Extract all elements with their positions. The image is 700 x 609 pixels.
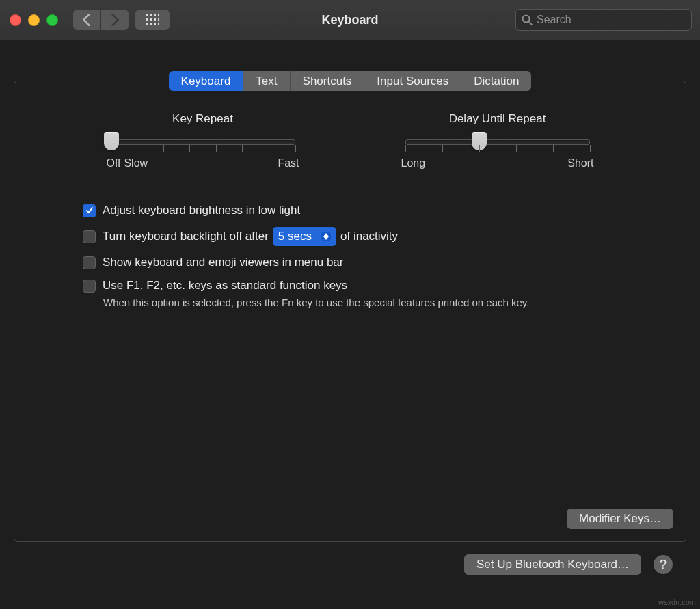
- svg-point-12: [523, 16, 530, 23]
- delay-repeat-labels: Long Short: [401, 157, 594, 170]
- opt-viewers-label: Show keyboard and emoji viewers in menu …: [103, 256, 343, 269]
- opt-fnkeys[interactable]: Use F1, F2, etc. keys as standard functi…: [83, 279, 617, 293]
- tab-keyboard[interactable]: Keyboard: [169, 71, 244, 91]
- stepper-icon: [321, 232, 331, 241]
- help-button[interactable]: ?: [654, 555, 673, 574]
- settings-panel: Key Repeat Off Slow Fast Delay Until Rep…: [14, 81, 686, 542]
- svg-rect-4: [146, 18, 148, 21]
- svg-rect-9: [150, 23, 152, 25]
- zoom-icon[interactable]: [46, 14, 58, 26]
- back-button[interactable]: [73, 10, 100, 30]
- delay-repeat-group: Delay Until Repeat Long Short: [399, 112, 597, 170]
- key-repeat-group: Key Repeat Off Slow Fast: [104, 112, 302, 170]
- svg-rect-10: [154, 23, 156, 25]
- close-icon[interactable]: [10, 14, 21, 26]
- opt-backlight-suffix: of inactivity: [340, 230, 398, 243]
- svg-rect-11: [158, 23, 159, 25]
- svg-rect-0: [146, 14, 148, 16]
- opt-brightness[interactable]: Adjust keyboard brightness in low light: [83, 204, 617, 217]
- search-icon: [522, 14, 533, 25]
- modifier-keys-button[interactable]: Modifier Keys…: [567, 509, 673, 529]
- opt-brightness-label: Adjust keyboard brightness in low light: [103, 204, 300, 217]
- svg-line-13: [529, 22, 532, 25]
- backlight-delay-select[interactable]: 5 secs: [273, 227, 336, 246]
- key-repeat-label: Key Repeat: [104, 112, 302, 126]
- search-field[interactable]: Search: [515, 9, 692, 31]
- delay-repeat-slider[interactable]: [405, 139, 590, 145]
- delay-repeat-ticks: [405, 145, 590, 154]
- opt-backlight[interactable]: Turn keyboard backlight off after 5 secs…: [83, 227, 617, 246]
- watermark: wsxdn.com: [658, 598, 696, 606]
- title-bar: Keyboard Search: [0, 0, 700, 40]
- svg-rect-5: [150, 18, 152, 21]
- delay-repeat-label: Delay Until Repeat: [399, 112, 597, 126]
- tab-shortcuts[interactable]: Shortcuts: [291, 71, 365, 91]
- checkbox-checked-icon[interactable]: [83, 204, 96, 217]
- opt-fnkeys-sub: When this option is selected, press the …: [103, 297, 617, 308]
- grid-icon: [146, 14, 159, 25]
- forward-button[interactable]: [101, 10, 129, 30]
- key-repeat-slider[interactable]: [111, 139, 295, 145]
- tab-input-sources[interactable]: Input Sources: [364, 71, 461, 91]
- minimize-icon[interactable]: [28, 14, 40, 26]
- tab-bar: Keyboard Text Shortcuts Input Sources Di…: [14, 71, 686, 91]
- opt-fnkeys-label: Use F1, F2, etc. keys as standard functi…: [103, 279, 347, 293]
- tab-dictation[interactable]: Dictation: [461, 71, 531, 91]
- key-repeat-labels: Off Slow Fast: [107, 157, 299, 170]
- show-all-button[interactable]: [135, 10, 170, 30]
- svg-rect-7: [158, 18, 159, 21]
- bluetooth-keyboard-button[interactable]: Set Up Bluetooth Keyboard…: [464, 554, 641, 575]
- svg-rect-8: [146, 23, 148, 25]
- svg-rect-2: [154, 14, 156, 16]
- tab-text[interactable]: Text: [243, 71, 290, 91]
- key-repeat-ticks: [111, 145, 295, 154]
- checkbox-unchecked-icon[interactable]: [83, 280, 96, 293]
- nav-buttons: [73, 10, 129, 30]
- search-placeholder: Search: [537, 14, 571, 26]
- window-controls: [10, 14, 58, 26]
- opt-viewers[interactable]: Show keyboard and emoji viewers in menu …: [83, 256, 617, 269]
- opt-backlight-prefix: Turn keyboard backlight off after: [103, 230, 269, 243]
- svg-rect-1: [150, 14, 152, 16]
- checkbox-unchecked-icon[interactable]: [83, 230, 96, 243]
- svg-rect-6: [154, 18, 156, 21]
- svg-rect-3: [158, 14, 159, 16]
- checkbox-unchecked-icon[interactable]: [83, 256, 96, 269]
